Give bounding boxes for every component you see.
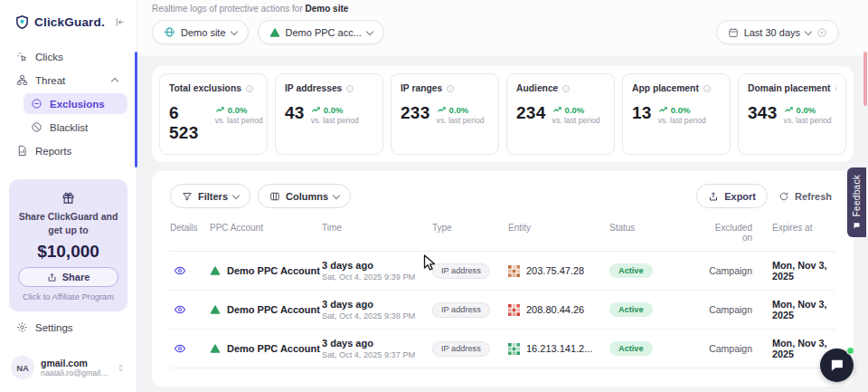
stat-card-ip-ranges: IP ranges 233 0.0% vs. last period <box>391 73 499 155</box>
gift-icon <box>61 191 75 205</box>
feedback-tab[interactable]: Feedback <box>847 167 866 237</box>
chevron-down-icon <box>232 191 240 198</box>
user-email: naatali.ro@gmail.com <box>41 368 109 378</box>
time-exact: Sat, Oct 4, 2025 9:37 PM <box>322 350 432 359</box>
stat-value: 234 <box>516 103 546 123</box>
filter-pill-row: Demo site Demo PPC acc... Last 30 days <box>152 20 854 44</box>
status-badge: Active <box>609 341 653 356</box>
type-badge: IP address <box>432 341 490 357</box>
stat-caption: vs. last period <box>658 116 706 125</box>
sidebar-item-exclusions[interactable]: Exclusions <box>24 93 127 114</box>
details-eye-icon[interactable] <box>170 264 210 277</box>
share-button-label: Share <box>62 272 90 282</box>
info-icon[interactable] <box>446 84 455 93</box>
logo-row: ClickGuard. <box>9 13 127 30</box>
details-eye-icon[interactable] <box>170 303 210 316</box>
stat-caption: vs. last period <box>437 116 485 125</box>
stat-value: 13 <box>632 103 652 123</box>
clicks-cursor-icon <box>16 51 28 62</box>
table-row[interactable]: Demo PPC Account 3 days agoSat, Oct 4, 2… <box>170 330 835 368</box>
column-header: Excluded on <box>709 223 752 243</box>
time-relative: 3 days ago <box>322 299 432 310</box>
main-content: Realtime logs of protective actions for … <box>137 0 868 392</box>
stats-panel: Total exclusions 6 523 0.0% vs. last per… <box>152 66 854 162</box>
sidebar-nav: Clicks Threat Exclusions Blacklist <box>9 46 127 161</box>
column-header: Time <box>322 223 432 233</box>
stat-delta: 0.0% <box>449 105 469 115</box>
excluded-on: Campaign <box>709 265 752 276</box>
site-filter-dropdown[interactable]: Demo site <box>152 20 249 44</box>
account-name: Demo PPC Account <box>227 304 320 315</box>
share-button[interactable]: Share <box>18 267 118 287</box>
mouse-cursor <box>423 254 436 272</box>
info-icon[interactable] <box>703 84 712 93</box>
stat-value: 343 <box>748 103 778 123</box>
table-row[interactable]: Demo PPC Account 3 days agoSat, Oct 4, 2… <box>170 291 835 330</box>
entity-identicon-icon <box>508 304 520 316</box>
feedback-tab-label: Feedback <box>852 175 862 216</box>
filters-button[interactable]: Filters <box>170 184 250 208</box>
excluded-on: Campaign <box>709 343 752 354</box>
page-scrollbar-thumb[interactable] <box>863 52 867 106</box>
table-row[interactable]: Demo PPC Account 3 days agoSat, Oct 4, 2… <box>170 252 835 291</box>
page-title-prefix: Realtime logs of protective actions for <box>152 4 303 14</box>
info-icon[interactable] <box>561 84 571 93</box>
exclusions-minus-circle-icon <box>31 98 42 110</box>
date-range-dropdown[interactable]: Last 30 days <box>716 20 839 44</box>
chevron-up-icon <box>111 78 118 85</box>
sidebar-collapse-button[interactable] <box>114 16 126 28</box>
column-header: Entity <box>508 223 609 233</box>
refresh-button[interactable]: Refresh <box>775 191 835 202</box>
expires-at: Mon, Nov 3, 2025 <box>752 299 835 320</box>
chat-launcher-button[interactable] <box>820 349 854 382</box>
affiliate-promo-card: Share ClickGuard and get up to $10,000 S… <box>9 179 127 311</box>
sidebar-item-reports[interactable]: Reports <box>9 140 127 161</box>
stat-label: Total exclusions <box>169 83 241 93</box>
affiliate-program-link[interactable]: Click to Affiliate Program <box>23 292 114 301</box>
trend-up-icon <box>784 105 794 115</box>
blacklist-ban-icon <box>31 121 42 133</box>
nav-label: Exclusions <box>50 99 105 110</box>
topbar: Realtime logs of protective actions for … <box>137 0 868 56</box>
reports-document-icon <box>16 145 28 157</box>
feedback-chat-icon <box>853 222 861 230</box>
date-range-label: Last 30 days <box>744 27 800 38</box>
table-toolbar: Filters Columns Export <box>170 184 835 208</box>
avatar: NA <box>11 356 34 379</box>
ppc-account-icon <box>210 265 221 276</box>
stat-label: App placement <box>632 83 699 93</box>
column-header: Details <box>170 223 210 233</box>
details-eye-icon[interactable] <box>170 342 210 355</box>
ppc-account-icon <box>210 304 221 315</box>
trend-up-icon <box>215 105 225 115</box>
page-title: Realtime logs of protective actions for … <box>152 4 854 14</box>
sidebar-item-blacklist[interactable]: Blacklist <box>24 117 127 138</box>
info-icon[interactable] <box>245 84 254 93</box>
sidebar-item-clicks[interactable]: Clicks <box>9 46 127 67</box>
sidebar-scrollbar-thumb[interactable] <box>135 52 137 167</box>
columns-button[interactable]: Columns <box>258 184 351 208</box>
account-name: Demo PPC Account <box>227 265 320 276</box>
info-icon[interactable] <box>345 84 354 93</box>
settings-button[interactable]: Settings <box>9 317 127 338</box>
export-button[interactable]: Export <box>696 184 768 208</box>
promo-text: Share ClickGuard and get up to <box>18 210 118 236</box>
stat-label: IP addresses <box>285 83 342 93</box>
column-header: PPC Account <box>210 223 322 233</box>
account-switcher[interactable]: NA gmail.com naatali.ro@gmail.com <box>9 352 127 383</box>
stat-value: 233 <box>401 103 430 123</box>
stat-caption: vs. last period <box>784 116 832 125</box>
nav-label: Blacklist <box>50 122 88 133</box>
trend-up-icon <box>658 105 668 115</box>
status-badge: Active <box>609 263 653 278</box>
account-filter-dropdown[interactable]: Demo PPC acc... <box>258 20 384 44</box>
entity-identicon-icon <box>508 265 520 277</box>
type-badge: IP address <box>432 263 490 279</box>
clear-icon[interactable] <box>816 27 827 38</box>
stat-delta: 0.0% <box>324 105 344 115</box>
stat-caption: vs. last period <box>215 116 258 125</box>
nav-label: Clicks <box>35 52 63 62</box>
info-icon[interactable] <box>835 84 836 93</box>
sidebar-item-threat[interactable]: Threat <box>9 70 127 91</box>
account-filter-label: Demo PPC acc... <box>286 27 362 38</box>
